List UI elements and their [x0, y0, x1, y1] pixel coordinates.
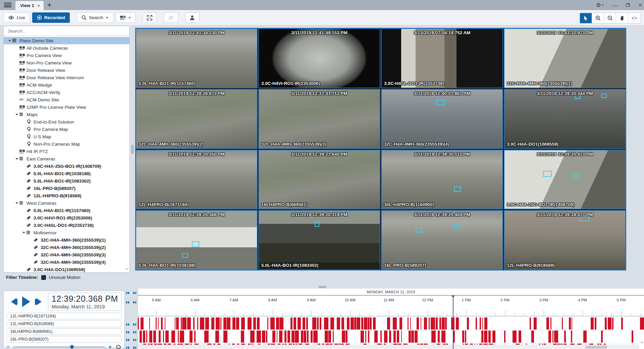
- tree-item-5-0l-h4a-bo1-ir-1157460[interactable]: 5.0L-H4A-BO1-IR(1157460): [4, 207, 129, 214]
- step-back-button[interactable]: [11, 298, 18, 305]
- tree-item-32c-h4a-4mh-360-2355539-1[interactable]: 32C-H4A-4MH-360(2355539)(1): [4, 236, 129, 244]
- camera-tile-16l-pro-b-589207[interactable]: 3/11/2019 12:39:20.404 PM16L-PRO-B(58920…: [381, 210, 503, 270]
- tree-item-u-s-map[interactable]: U.S Map: [4, 133, 129, 140]
- timeline-activity-row-12l-h4pro-b-918569[interactable]: [138, 330, 644, 343]
- sidebar-search[interactable]: [4, 26, 129, 36]
- live-button[interactable]: Live: [3, 12, 30, 23]
- tree-item-end-to-end-solution[interactable]: End-to-End Solution: [4, 118, 129, 126]
- camera-tile-5-0l-h4a-bo1-ir-1038188[interactable]: 3/11/2019 12:39:20.368 PM5.0L-H4A-BO1-IR…: [136, 210, 258, 270]
- camera-tile-32c-h4a-4mh-360-2355539-1[interactable]: 3/11/2019 12:43:32.973 PM32C-H4A-4MH-360…: [504, 28, 626, 88]
- tree-item-3-0c-h4vi-ro1-ir-2353006[interactable]: 3.0C-H4VI-RO1-IR(2353006): [4, 214, 129, 221]
- fullscreen-button[interactable]: [143, 12, 157, 23]
- zoom-out-tool-button[interactable]: [604, 13, 616, 23]
- tree-item-all-outside-cameras[interactable]: All Outside Cameras: [4, 44, 129, 52]
- camera-tile-3-0c-h4vi-ro1-ir-2353006[interactable]: 3/11/2019 12:41:49.153 PM3.0C-H4VI-RO1-I…: [258, 28, 380, 88]
- tree-item-multisensor[interactable]: Multisensor: [4, 229, 129, 236]
- tree-item-door-release-view-intercom[interactable]: Door Release View Intercom: [4, 74, 129, 81]
- tree-item-32c-h4a-4mh-360-2355539-3[interactable]: 32C-H4A-4MH-360(2355539)(3): [4, 251, 129, 258]
- skip-next-button[interactable]: [133, 301, 136, 304]
- timeline-rows[interactable]: [138, 317, 644, 344]
- tree-item-32c-h4a-4mh-360-2355539-4[interactable]: 32C-H4A-4MH-360(2355539)(4): [4, 258, 129, 266]
- unusual-motion-checkbox[interactable]: [41, 275, 46, 280]
- skip-previous-button[interactable]: [126, 301, 129, 304]
- camera-tile-3-0c-h4a-do1-1069559[interactable]: 3/11/2019 12:39:20.344 PM3.0C-H4A-DO1(10…: [504, 89, 626, 149]
- search-input[interactable]: [8, 29, 125, 34]
- skip-previous-button[interactable]: [126, 323, 129, 326]
- tree-item-16l-pro-b-589207[interactable]: 16L-PRO-B(589207): [4, 185, 129, 192]
- center-on-playhead-icon[interactable]: [115, 344, 122, 349]
- close-window-button[interactable]: ×: [638, 2, 642, 9]
- tree-item-non-pro-camera-view[interactable]: Non-Pro Camera View: [4, 59, 129, 66]
- expander-icon[interactable]: [14, 157, 19, 161]
- skip-next-button[interactable]: [133, 331, 136, 334]
- tree-item-pro-camera-map[interactable]: Pro Camera Map: [4, 126, 129, 133]
- skip-previous-button[interactable]: [126, 292, 129, 294]
- tree-item-12mp-pro-license-plate-view[interactable]: 12MP Pro License Plate View: [4, 103, 129, 111]
- timeline-camera-pill-16lh4pro-b-669561[interactable]: 16LH4PRO-B(669561): [6, 328, 122, 335]
- tree-item-3-0c-h4a-25g-bo1-ir-1408709[interactable]: 3.0C-H4A-25G-BO1-IR(1408709): [4, 162, 129, 170]
- recorded-button[interactable]: Recorded: [32, 12, 70, 23]
- pointer-tool-button[interactable]: [580, 13, 592, 23]
- timeline-splitter-handle[interactable]: [319, 286, 326, 288]
- tree-item-acm-demo-site[interactable]: ACM Demo Site: [4, 96, 129, 103]
- skip-previous-button[interactable]: [126, 339, 129, 341]
- timeline-ruler[interactable]: 5 AM6 AM7 AM8 AM9 AM10 AM11 AM12 PM1 PM2…: [138, 296, 644, 316]
- camera-tile-32c-h4a-4mh-360-2355539-2[interactable]: 3/11/2019 12:39:26.871 PM32C-H4A-4MH-360…: [136, 89, 258, 149]
- camera-tile-5-0l-h4a-bo1-ir-1157460[interactable]: 3/11/2019 12:41:34.230 PM5.0L-H4A-BO1-IR…: [136, 28, 258, 88]
- timeline-playhead[interactable]: [453, 296, 453, 349]
- skip-next-button[interactable]: [133, 339, 136, 341]
- camera-tile-16lh4pro-b-669561[interactable]: 3/11/2019 12:39:21.640 PM16LH4PRO-B(6695…: [258, 150, 380, 210]
- camera-tile-12l-h4pro-b-1671194[interactable]: 3/11/2019 12:39:20.350 PM12L-H4PRO-B(167…: [136, 150, 258, 210]
- layout-button[interactable]: ▼: [116, 12, 136, 23]
- timeline-scrollbar-thumb[interactable]: [586, 346, 607, 349]
- tab-view-1[interactable]: View 1 ×: [15, 1, 44, 10]
- tree-item-acm-wedge[interactable]: ACM Wedge: [4, 81, 129, 89]
- zoom-in-tool-button[interactable]: [592, 13, 604, 23]
- tree-item-h4-ir-ptz[interactable]: H4 IR PTZ: [4, 148, 129, 155]
- camera-tile-32c-h4a-4mh-360-2355539-4[interactable]: 3/11/2019 12:40:07.861 PM32C-H4A-4MH-360…: [381, 89, 503, 149]
- tree-item-maps[interactable]: Maps: [4, 111, 129, 118]
- camera-tile-3-0c-h4sl-do1-ir-2353738[interactable]: 3/13/2019 07:04:19.752 AM3.0C-H4SL-DO1-I…: [381, 28, 503, 88]
- skip-previous-button[interactable]: [126, 346, 129, 349]
- timeline-camera-pill-16l-pro-b-589207[interactable]: 16L-PRO-B(589207): [6, 336, 122, 343]
- expander-icon[interactable]: [7, 39, 12, 43]
- camera-tile-30l-h4pro-b-1160900[interactable]: 3/11/2019 12:39:35.112 PM30L-H4PRO-B(116…: [381, 150, 503, 210]
- camera-tile-12l-h4pro-b-918569[interactable]: 3/11/2019 12:39:28.477 PM12L-H4PRO-B(918…: [504, 210, 626, 270]
- restore-button[interactable]: [626, 3, 630, 7]
- search-button[interactable]: Search ▼: [77, 12, 113, 23]
- add-tab-button[interactable]: +: [48, 1, 52, 9]
- tree-item-5-0l-h4a-bo1-ir-1038188[interactable]: 5.0L-H4A-BO1-IR(1038188): [4, 170, 129, 177]
- zoom-slider-thumb[interactable]: [70, 345, 74, 349]
- timeline-camera-pill-12l-h4pro-b-918569[interactable]: 12L-H4PRO-B(918569): [6, 320, 122, 327]
- tree-item-plano-demo-site[interactable]: Plano Demo Site: [4, 37, 129, 44]
- main-menu-button[interactable]: [0, 0, 15, 10]
- expander-icon[interactable]: [14, 201, 19, 205]
- pan-tool-button[interactable]: [616, 13, 628, 23]
- tree-item-5-0l-h4a-bo1-ir-1083302[interactable]: 5.0L-H4A-BO1-IR(1083302): [4, 177, 129, 185]
- timeline-zoom-out-button[interactable]: −: [6, 344, 10, 349]
- tree-item-12l-h4pro-b-918569[interactable]: 12L-H4PRO-B(918569): [4, 192, 129, 199]
- tree-item-3-0c-h4a-do1-1069559[interactable]: 3.0C-H4A-DO1(1069559): [4, 266, 129, 272]
- tab-close-icon[interactable]: ×: [37, 3, 40, 8]
- play-button[interactable]: [22, 296, 30, 307]
- tree-item-east-cameras[interactable]: East Cameras: [4, 155, 129, 162]
- timeline-scrollbar[interactable]: [138, 345, 639, 349]
- timeline-zoom-in-button[interactable]: +: [108, 344, 112, 349]
- tree-item-west-cameras[interactable]: West Cameras: [4, 199, 129, 207]
- camera-tile-5-0l-h4a-bo1-ir-1083302[interactable]: 3/11/2019 12:39:20.319 PM5.0L-H4A-BO1-IR…: [258, 210, 380, 270]
- tree-item-non-pro-cameras-map[interactable]: Non-Pro Cameras Map: [4, 140, 129, 148]
- timeline-rows-scroll-up-arrow[interactable]: ▲: [640, 340, 643, 344]
- timeline-activity-row-12l-h4pro-b-1671194[interactable]: [138, 317, 644, 330]
- skip-next-button[interactable]: [133, 346, 136, 349]
- skip-next-button[interactable]: [133, 323, 136, 326]
- tree-item-acc-acm-verify[interactable]: ACC/ACM-Verify: [4, 89, 129, 96]
- tree-item-3-0c-h4sl-do1-ir-2353738[interactable]: 3.0C-H4SL-DO1-IR(2353738): [4, 221, 129, 229]
- camera-tile-3-0c-h4a-25g-bo1-ir-1408709[interactable]: 3/11/2019 12:39:20.413 PM3.0C-H4A-25G-BO…: [504, 150, 626, 210]
- skip-next-button[interactable]: [133, 292, 136, 294]
- expander-icon[interactable]: [14, 112, 19, 117]
- step-forward-button[interactable]: [35, 298, 42, 305]
- settings-gear-button[interactable]: ⚙▾: [596, 2, 604, 9]
- sidebar-scroll-down-arrow[interactable]: ▼: [125, 267, 129, 271]
- tree-item-door-release-view[interactable]: Door Release View: [4, 66, 129, 74]
- skip-previous-button[interactable]: [126, 331, 129, 334]
